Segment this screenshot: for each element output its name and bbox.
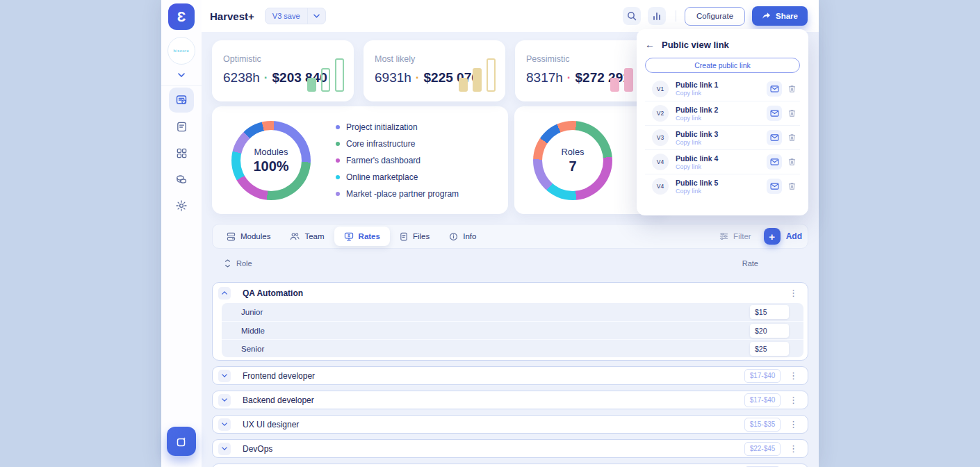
- topbar-divider: [676, 10, 676, 22]
- kebab-menu-icon[interactable]: ⋮: [786, 420, 801, 429]
- share-button[interactable]: Share: [752, 6, 808, 26]
- copy-link-action[interactable]: Copy link: [676, 163, 718, 170]
- tab-files[interactable]: Files: [390, 227, 439, 246]
- sidebar-item-estimates[interactable]: [169, 88, 194, 113]
- delete-button[interactable]: [788, 158, 796, 166]
- tab-label: Info: [463, 232, 476, 240]
- modules-tab-icon: [227, 232, 236, 241]
- envelope-icon: [770, 158, 779, 165]
- mail-button[interactable]: [767, 130, 782, 145]
- legend-label: Core infrastructure: [346, 139, 415, 149]
- copy-link-action[interactable]: Copy link: [676, 115, 718, 122]
- topbar: Harvest+ V3 save Cofigu: [202, 0, 819, 32]
- search-button[interactable]: [623, 7, 641, 25]
- copy-link-action[interactable]: Copy link: [676, 139, 718, 146]
- level-row-middle: Middle $20: [222, 321, 803, 339]
- stat-separator: ·: [264, 71, 268, 85]
- group-name: DevOps: [243, 444, 272, 454]
- stat-separator: ·: [567, 71, 571, 85]
- role-group-frontend-developer[interactable]: Frontend developer $17-$40 ⋮: [212, 366, 808, 385]
- mail-button[interactable]: [767, 106, 782, 121]
- stat-card-pessimistic: Pessimistic 8317h · $272 291: [515, 40, 657, 101]
- delete-button[interactable]: [788, 109, 796, 117]
- sidebar-item-modules[interactable]: [169, 140, 194, 165]
- plus-icon[interactable]: +: [764, 228, 781, 245]
- legend-dot: [336, 158, 340, 163]
- mail-button[interactable]: [767, 154, 782, 170]
- role-group-devops[interactable]: DevOps $22-$45 ⋮: [212, 439, 808, 458]
- rate-range-badge: $15-$35: [744, 418, 781, 432]
- stat-card-optimistic: Optimistic 6238h · $203 840: [212, 40, 354, 101]
- stat-hours: 8317h: [526, 70, 563, 85]
- tab-team[interactable]: Team: [280, 227, 334, 246]
- rate-input[interactable]: $15: [750, 305, 789, 319]
- rate-input[interactable]: $25: [750, 342, 789, 356]
- level-row-senior: Senior $25: [222, 339, 803, 357]
- mail-button[interactable]: [767, 81, 782, 97]
- group-levels: Junior $15 Middle $20 Senior $25: [222, 303, 803, 357]
- modules-donut-chart: Modules 100%: [231, 121, 311, 200]
- role-column-header[interactable]: Role: [236, 259, 252, 268]
- sidebar-item-settings[interactable]: [169, 193, 194, 218]
- analytics-button[interactable]: [648, 7, 666, 25]
- tab-rates[interactable]: $ Rates: [334, 227, 390, 246]
- legend-item: Project initialization: [336, 122, 459, 132]
- workspace-chevron-down-icon[interactable]: [178, 67, 185, 80]
- add-button[interactable]: + Add: [764, 228, 802, 245]
- rate-input[interactable]: $20: [750, 324, 789, 338]
- tabs-bar: Modules Team $ Rates Files Info: [212, 224, 808, 249]
- export-share-button[interactable]: [167, 427, 196, 456]
- kebab-menu-icon[interactable]: ⋮: [786, 395, 801, 404]
- kebab-menu-icon[interactable]: ⋮: [786, 288, 801, 297]
- version-badge: V4: [652, 178, 669, 195]
- add-label: Add: [786, 231, 802, 241]
- group-header[interactable]: QA Automation ⋮: [213, 283, 808, 303]
- role-group-backend-developer[interactable]: Backend developer $17-$40 ⋮: [212, 391, 808, 409]
- role-group-partial[interactable]: ⋮: [212, 464, 808, 467]
- legend-item: Market -place partner program: [336, 189, 459, 199]
- chevron-up-icon[interactable]: [218, 287, 231, 300]
- export-sparkle-icon: [175, 435, 188, 448]
- legend-item: Core infrastructure: [336, 139, 459, 149]
- legend-label: Project initialization: [346, 122, 418, 132]
- copy-link-action[interactable]: Copy link: [676, 90, 718, 97]
- chevron-down-icon[interactable]: [218, 443, 231, 455]
- avatar-label: biscore: [174, 49, 190, 53]
- back-arrow-icon[interactable]: ←: [645, 39, 655, 50]
- mail-button[interactable]: [767, 179, 782, 194]
- filter-button[interactable]: Filter: [719, 232, 751, 240]
- popup-title: Public view link: [662, 40, 729, 50]
- legend-label: Online marketplace: [346, 172, 418, 182]
- page-title: Harvest+: [210, 10, 254, 22]
- workspace-avatar[interactable]: biscore: [168, 37, 195, 65]
- sort-icon[interactable]: [224, 259, 231, 268]
- version-label[interactable]: V3 save: [266, 12, 307, 20]
- configurate-button[interactable]: Cofigurate: [685, 7, 745, 26]
- chevron-down-icon[interactable]: [218, 394, 231, 407]
- copy-link-action[interactable]: Copy link: [676, 188, 718, 195]
- rate-range-badge: $22-$45: [744, 442, 781, 456]
- donut-center-value: 7: [569, 158, 576, 174]
- version-chevron-down-icon[interactable]: [308, 14, 325, 18]
- kebab-menu-icon[interactable]: ⋮: [786, 371, 801, 380]
- app-logo-icon[interactable]: Ɛ: [168, 3, 195, 30]
- group-name: Backend developer: [243, 395, 314, 405]
- create-public-link-button[interactable]: Create public link: [645, 58, 800, 73]
- chevron-down-icon[interactable]: [218, 370, 231, 382]
- legend-dot: [336, 192, 340, 196]
- delete-button[interactable]: [788, 133, 796, 142]
- legend-item: Farmer's dashboard: [336, 156, 459, 165]
- sidebar-item-finance[interactable]: [169, 167, 194, 192]
- roles-donut-chart: Roles 7: [533, 121, 612, 200]
- level-name: Senior: [241, 345, 264, 353]
- trash-icon: [788, 133, 796, 142]
- tab-info[interactable]: Info: [439, 227, 486, 246]
- delete-button[interactable]: [788, 182, 796, 190]
- chevron-down-icon[interactable]: [218, 418, 231, 431]
- delete-button[interactable]: [788, 85, 796, 93]
- tab-modules[interactable]: Modules: [217, 227, 280, 246]
- version-selector[interactable]: V3 save: [265, 8, 326, 24]
- role-group-ux-ui-designer[interactable]: UX UI designer $15-$35 ⋮: [212, 415, 808, 434]
- sidebar-item-notes[interactable]: [169, 114, 194, 139]
- kebab-menu-icon[interactable]: ⋮: [786, 444, 801, 453]
